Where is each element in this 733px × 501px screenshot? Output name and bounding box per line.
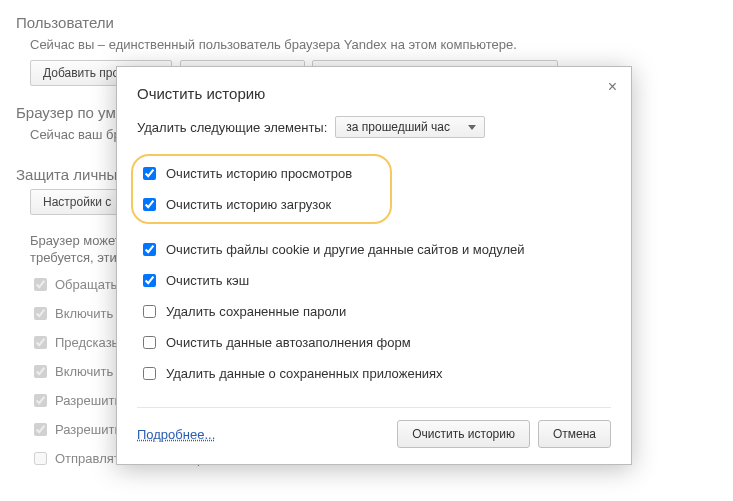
opt-predict-label: Предсказы [55, 335, 121, 350]
clear-download-history-label: Очистить историю загрузок [166, 197, 331, 212]
clear-cache-checkbox[interactable] [143, 274, 156, 287]
clear-download-history-checkbox[interactable] [143, 198, 156, 211]
clear-browsing-history-checkbox[interactable] [143, 167, 156, 180]
clear-apps-checkbox[interactable] [143, 367, 156, 380]
clear-autofill-checkbox[interactable] [143, 336, 156, 349]
opt-dnt-checkbox[interactable] [34, 452, 47, 465]
clear-cookies-label: Очистить файлы cookie и другие данные са… [166, 242, 525, 257]
learn-more-link[interactable]: Подробнее... [137, 427, 215, 442]
clear-cookies-checkbox[interactable] [143, 243, 156, 256]
close-icon[interactable]: × [608, 79, 617, 95]
opt-requests-label: Обращать [55, 277, 117, 292]
clear-autofill-label: Очистить данные автозаполнения форм [166, 335, 411, 350]
opt-enable-p-label: Включить п [55, 306, 124, 321]
highlight-annotation: Очистить историю просмотров Очистить ист… [131, 154, 392, 224]
users-title: Пользователи [16, 14, 717, 31]
opt-allow-label: Разрешить [55, 393, 121, 408]
opt-predict-checkbox[interactable] [34, 336, 47, 349]
clear-cache-label: Очистить кэш [166, 273, 249, 288]
opt-crash-checkbox[interactable] [34, 423, 47, 436]
users-subtitle: Сейчас вы – единственный пользователь бр… [30, 37, 717, 52]
opt-enable-a-checkbox[interactable] [34, 365, 47, 378]
content-settings-button[interactable]: Настройки с [30, 189, 124, 215]
cancel-button[interactable]: Отмена [538, 420, 611, 448]
dialog-title: Очистить историю [137, 85, 611, 102]
opt-enable-a-label: Включить а [55, 364, 124, 379]
clear-passwords-label: Удалить сохраненные пароли [166, 304, 346, 319]
clear-history-dialog: × Очистить историю Удалить следующие эле… [116, 66, 632, 465]
delete-following-label: Удалить следующие элементы: [137, 120, 327, 135]
clear-passwords-checkbox[interactable] [143, 305, 156, 318]
clear-history-button[interactable]: Очистить историю [397, 420, 530, 448]
opt-requests-checkbox[interactable] [34, 278, 47, 291]
opt-allow-checkbox[interactable] [34, 394, 47, 407]
opt-enable-p-checkbox[interactable] [34, 307, 47, 320]
clear-browsing-history-label: Очистить историю просмотров [166, 166, 352, 181]
time-range-select[interactable]: за прошедший час [335, 116, 485, 138]
time-range-value: за прошедший час [346, 120, 450, 134]
clear-apps-label: Удалить данные о сохраненных приложениях [166, 366, 443, 381]
